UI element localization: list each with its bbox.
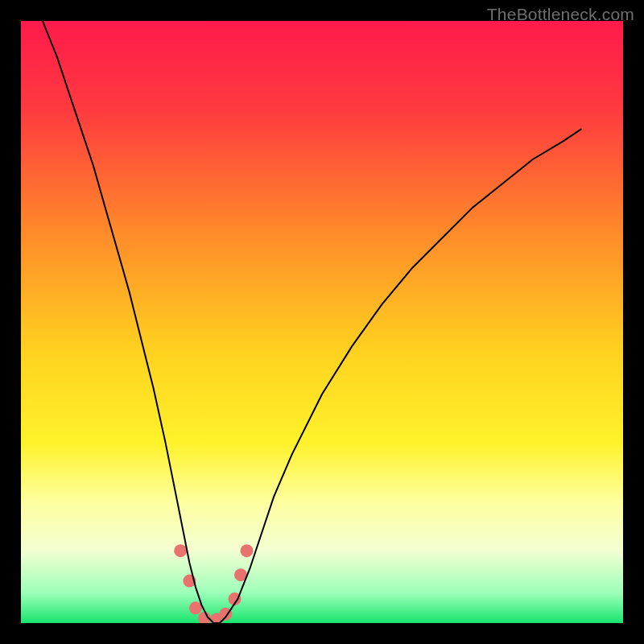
chart-svg [21,21,623,623]
plot-area [21,21,623,623]
outer-frame: TheBottleneck.com [0,0,644,644]
marker-dot [241,544,254,557]
gradient-background [21,21,623,623]
marker-dot [189,601,202,614]
watermark-text: TheBottleneck.com [487,5,634,24]
marker-dot [174,544,187,557]
